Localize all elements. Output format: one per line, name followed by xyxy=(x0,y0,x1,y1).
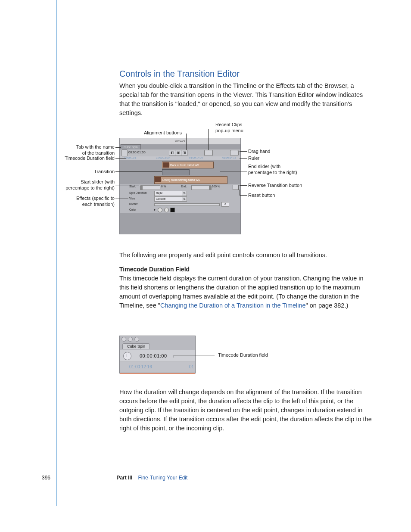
callout-ruler: Ruler xyxy=(248,156,259,162)
alignment-buttons[interactable]: ◧ ▣ ◨ xyxy=(169,150,187,156)
slider-handle[interactable] xyxy=(209,186,212,190)
part-label: Part III xyxy=(116,475,132,481)
color-swatch[interactable] xyxy=(170,208,175,212)
callout-start-slider: Start slider (withpercentage to the righ… xyxy=(56,179,115,191)
window-titlebar: Viewer xyxy=(120,138,240,144)
callout-lead xyxy=(220,171,220,185)
callout-lead xyxy=(208,129,209,150)
recent-clips-popup[interactable] xyxy=(204,150,213,156)
callout-end-slider: End slider (withpercentage to the right) xyxy=(248,164,313,176)
end-slider[interactable] xyxy=(191,185,211,190)
effect-row-border: Border 0 xyxy=(120,202,240,207)
page-footer: 396 Part III Fine-Tuning Your Edit xyxy=(42,475,377,481)
clip-thumbnail xyxy=(163,162,169,168)
transition-tab[interactable]: Cube Spin xyxy=(121,144,141,149)
drag-hand-icon[interactable] xyxy=(230,150,239,156)
ruler-tick: 01 xyxy=(189,362,194,372)
color-controls[interactable]: ▸ xyxy=(154,208,175,212)
margin-rule xyxy=(56,0,57,506)
callout-lead xyxy=(115,158,126,159)
ruler[interactable]: 01:00:12:1 01:00:13:00 01:00:14:00 01:00… xyxy=(120,156,240,160)
ruler-tick: 01:00:14:16 xyxy=(222,156,236,160)
callout-drag: Drag hand xyxy=(248,149,270,155)
intro-paragraph: When you double-click a transition in th… xyxy=(119,81,372,118)
section-title: Controls in the Transition Editor xyxy=(119,69,372,79)
ruler[interactable]: 01:00:12:16 01 xyxy=(120,362,195,372)
timecode-duration-field[interactable]: 00:00:01:00 xyxy=(140,353,167,358)
start-percent: 0 % xyxy=(161,185,166,188)
page-number: 396 xyxy=(42,475,50,481)
subheading-timecode: Timecode Duration Field xyxy=(119,266,372,273)
slider-handle[interactable] xyxy=(140,186,143,190)
border-slider[interactable] xyxy=(154,203,220,206)
callout-tc-dur-2: Timecode Duration field xyxy=(218,352,268,358)
part-title: Fine-Tuning Your Edit xyxy=(138,475,187,481)
ruler-tick: 01:00:12:1 xyxy=(124,156,136,160)
timecode-duration-field[interactable]: 00:00:01:00 xyxy=(128,150,146,154)
clip-label: Door at table rolled WS xyxy=(170,164,199,167)
effect-label: View xyxy=(129,197,135,200)
after2-paragraph: How the duration will change depends on … xyxy=(119,388,372,433)
align-left-icon[interactable]: ◧ xyxy=(169,150,175,156)
align-center-icon[interactable]: ▣ xyxy=(175,150,181,156)
callout-lead xyxy=(115,147,121,148)
start-slider[interactable] xyxy=(140,185,160,190)
callout-tab-name: Tab with the nameof the transition xyxy=(67,144,115,156)
view-select[interactable]: Outside xyxy=(154,196,184,202)
callout-alignment: Alignment buttons xyxy=(144,130,182,136)
callout-lead xyxy=(174,355,215,355)
callout-lead xyxy=(115,171,162,172)
callout-lead xyxy=(240,190,240,195)
followup-paragraph: The following are property and edit poin… xyxy=(119,251,372,260)
ruler-tick: 01:00:12:16 xyxy=(129,364,152,369)
timecode-icon[interactable] xyxy=(123,352,131,360)
callout-lead xyxy=(240,185,247,186)
effect-label: Border xyxy=(129,202,138,205)
window-controls[interactable] xyxy=(121,337,139,342)
callout-effects: Effects (specific toeach transition) xyxy=(65,196,115,208)
stepper-icon[interactable]: ⇅ xyxy=(182,191,187,196)
transition-editor-screenshot: Viewer Cube Spin 00:00:01:00 ◧ ▣ ◨ 01:00… xyxy=(119,138,241,234)
callout-lead xyxy=(174,355,174,358)
callout-reverse: Reverse Transition button xyxy=(248,183,302,189)
callout-transition: Transition xyxy=(82,169,115,175)
end-percent: 100 % xyxy=(212,185,220,188)
transition-bar[interactable] xyxy=(162,169,190,175)
callout-reset: Reset button xyxy=(248,193,275,199)
callout-lead xyxy=(220,171,247,171)
render-bar xyxy=(120,373,195,374)
cross-reference-link[interactable]: Changing the Duration of a Transition in… xyxy=(160,302,306,309)
border-value[interactable]: 0 xyxy=(221,202,229,207)
callout-lead xyxy=(186,134,187,150)
eyedropper-icon[interactable] xyxy=(158,208,162,212)
text: " on page 382.) xyxy=(306,302,349,309)
clip-label: Dining room serving salad WS xyxy=(162,178,200,181)
callout-lead xyxy=(240,158,247,159)
outgoing-clip[interactable]: Door at table rolled WS xyxy=(162,162,214,168)
hue-wheel-icon[interactable] xyxy=(164,208,169,212)
align-right-icon[interactable]: ◨ xyxy=(181,150,187,156)
incoming-clip[interactable]: Dining room serving salad WS xyxy=(154,176,227,184)
effect-label: Spin Direction xyxy=(129,191,146,194)
callout-lead xyxy=(240,195,247,196)
effect-row-spin: Spin Direction Right ⇅ xyxy=(120,190,240,196)
effect-row-view: View Outside ⇅ xyxy=(120,196,240,202)
effect-label: Color xyxy=(129,208,136,211)
ruler-tick: 01:00:13:00 xyxy=(156,156,170,160)
transition-tab[interactable]: Cube Spin xyxy=(122,343,150,349)
reverse-transition-button[interactable] xyxy=(233,185,239,190)
end-label: End: xyxy=(181,185,187,188)
ruler-tick: 01:00:14:00 xyxy=(189,156,203,160)
callout-lead xyxy=(240,151,247,152)
callout-tc-dur: Timecode Duration field xyxy=(59,156,115,162)
callout-lead xyxy=(115,199,128,199)
timecode-field-screenshot: Cube Spin 00:00:01:00 01:00:12:16 01 xyxy=(119,336,196,373)
timecode-icon[interactable] xyxy=(121,149,128,156)
callout-lead xyxy=(115,186,139,186)
sub1-body: This timecode field displays the current… xyxy=(119,274,372,310)
stepper-icon[interactable]: ⇅ xyxy=(182,196,187,202)
clip-thumbnail xyxy=(155,177,161,182)
spin-direction-select[interactable]: Right xyxy=(154,191,184,196)
effect-row-color: Color ▸ xyxy=(120,207,240,213)
callout-recent: Recent Clipspop-up menu xyxy=(215,122,250,134)
